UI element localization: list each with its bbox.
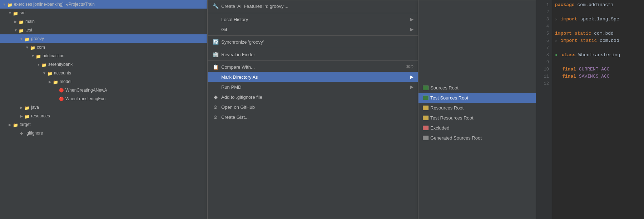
code-line-8: ● class WhenTransfering <box>555 52 641 59</box>
open-github-icon: ⊙ <box>212 104 219 110</box>
tree-arrow-resources: ▶ <box>19 114 24 118</box>
menu-label-synchronize: Synchronize 'groovy' <box>221 39 413 45</box>
submenu-item-sources-root[interactable]: Sources Root <box>418 83 536 93</box>
line-num-4: 4 <box>536 23 552 30</box>
tree-arrow-serenitybank: ▼ <box>36 63 41 67</box>
tree-arrow-bddinaction: ▼ <box>30 54 36 58</box>
line-num-2: 2 <box>536 9 552 16</box>
menu-label-open-github: Open on GitHub <box>221 104 413 110</box>
local-history-arrow: ▶ <box>410 17 413 22</box>
submenu-item-excluded[interactable]: Excluded <box>418 123 536 133</box>
mark-directory-arrow: ▶ <box>410 74 413 79</box>
submenu-label-resources-root: Resources Root <box>430 105 464 111</box>
create-gist-icon: ⊙ <box>212 114 219 120</box>
kw-package: package <box>555 2 575 8</box>
menu-item-compare-with[interactable]: 📋 Compare With... ⌘D <box>208 62 418 72</box>
line-num-6: 6 <box>536 37 552 44</box>
submenu-item-generated-sources[interactable]: Generated Sources Root <box>418 133 536 143</box>
menu-item-synchronize[interactable]: 🔄 Synchronize 'groovy' <box>208 37 418 47</box>
submenu-label-generated-sources: Generated Sources Root <box>430 135 482 141</box>
folder-icon-com: 📁 <box>30 45 36 50</box>
green-marker-8: ● <box>555 53 558 57</box>
code-lines[interactable]: package com.bddinacti ▷ import spock.lan… <box>552 0 644 219</box>
submenu-label-test-resources-root: Test Resources Root <box>430 115 474 121</box>
file-icon-when-creating: 🔴 <box>59 88 64 93</box>
tree-arrow-test: ▼ <box>13 28 19 32</box>
menu-label-create-features: Create 'All Features in: groovy'... <box>221 4 413 9</box>
tree-arrow-groovy: ▼ <box>19 37 24 41</box>
menu-item-create-gist[interactable]: ⊙ Create Gist... <box>208 112 418 122</box>
line-numbers: 1 2 3 4 5 6 7 8 9 10 11 12 <box>536 0 552 219</box>
menu-item-reveal-finder[interactable]: 🏢 Reveal in Finder <box>208 49 418 59</box>
menu-label-run-pmd: Run PMD <box>221 84 407 90</box>
menu-label-create-gist: Create Gist... <box>221 115 413 120</box>
menu-label-add-gitignore: Add to .gitignore file <box>221 94 413 100</box>
code-line-6: ▷ import static com.bdd <box>555 37 641 44</box>
code-line-10: final CURRENT_ACC <box>555 66 641 73</box>
tree-item-com[interactable]: ▼ 📁 com <box>0 43 207 52</box>
folder-icon-bddinaction: 📁 <box>36 54 41 59</box>
code-line-9 <box>555 59 641 66</box>
tree-label-gitignore: .gitignore <box>25 131 43 136</box>
tree-item-resources[interactable]: ▶ 📁 resources <box>0 112 207 120</box>
submenu-item-resources-root[interactable]: Resources Root <box>418 103 536 113</box>
line-num-1: 1 <box>536 1 552 9</box>
submenu-item-test-resources-root[interactable]: Test Resources Root <box>418 113 536 123</box>
kw-import-5: import <box>555 31 572 36</box>
generated-sources-icon <box>423 136 428 140</box>
tree-item-bddinaction[interactable]: ▼ 📁 bddinaction <box>0 52 207 60</box>
tree-item-serenitybank[interactable]: ▼ 📁 serenitybank <box>0 60 207 69</box>
code-line-4 <box>555 23 641 30</box>
menu-item-run-pmd[interactable]: Run PMD ▶ <box>208 82 418 92</box>
run-pmd-arrow: ▶ <box>410 84 413 89</box>
code-line-7 <box>555 44 641 52</box>
test-resources-root-icon <box>423 116 428 120</box>
code-editor-panel: 1 2 3 4 5 6 7 8 9 10 11 12 package com.b… <box>536 0 644 219</box>
menu-label-reveal-finder: Reveal in Finder <box>221 52 413 57</box>
folder-icon-accounts: 📁 <box>47 71 53 76</box>
tree-arrow-com: ▼ <box>24 45 30 49</box>
create-features-icon: 🔧 <box>212 3 219 9</box>
file-icon-when-transfering: 🔴 <box>59 97 64 101</box>
compare-icon: 📋 <box>212 64 219 70</box>
tree-item-java[interactable]: ▶ 📁 java <box>0 103 207 112</box>
excluded-icon <box>423 126 428 130</box>
line-num-8: 8 <box>536 52 552 59</box>
menu-item-open-github[interactable]: ⊙ Open on GitHub <box>208 102 418 112</box>
tree-item-groovy[interactable]: ▼ 📁 groovy <box>0 34 207 43</box>
tree-item-when-creating[interactable]: ▶ 🔴 WhenCreatingANewA <box>0 86 207 94</box>
menu-item-local-history[interactable]: Local History ▶ <box>208 14 418 24</box>
menu-label-mark-directory: Mark Directory As <box>221 74 407 80</box>
menu-item-add-gitignore[interactable]: ◆ Add to .gitignore file <box>208 92 418 102</box>
tree-item-when-transfering[interactable]: ▶ 🔴 WhenTransferingFun <box>0 94 207 103</box>
tree-arrow-target: ▶ <box>7 123 13 127</box>
separator-2 <box>208 35 418 36</box>
tree-item-gitignore[interactable]: ▶ ◆ .gitignore <box>0 129 207 137</box>
menu-item-git[interactable]: Git ▶ <box>208 24 418 34</box>
menu-item-mark-directory[interactable]: Mark Directory As ▶ <box>208 72 418 82</box>
tree-label-serenitybank: serenitybank <box>48 62 73 67</box>
submenu-item-test-sources-root[interactable]: Test Sources Root <box>418 93 536 103</box>
tree-item-test[interactable]: ▼ 📁 test <box>0 26 207 34</box>
code-final-current: CURRENT_ACC <box>579 67 610 72</box>
kw-static-5: static <box>575 31 591 36</box>
separator-3 <box>208 48 418 48</box>
tree-arrow-exercises: ▼ <box>1 3 7 6</box>
submenu-label-test-sources-root: Test Sources Root <box>430 95 468 101</box>
context-menu: 🔧 Create 'All Features in: groovy'... Lo… <box>207 0 418 219</box>
folder-icon-model: 📁 <box>53 80 59 84</box>
add-gitignore-icon: ◆ <box>212 94 219 100</box>
menu-item-create-all-features[interactable]: 🔧 Create 'All Features in: groovy'... <box>208 0 418 12</box>
submenu-label-sources-root: Sources Root <box>430 85 459 91</box>
code-line-2 <box>555 9 641 16</box>
git-arrow: ▶ <box>410 27 413 32</box>
tree-label-groovy: groovy <box>31 36 44 41</box>
tree-item-model[interactable]: ▶ 📁 model <box>0 77 207 86</box>
tree-item-accounts[interactable]: ▼ 📁 accounts <box>0 69 207 77</box>
tree-label-target: target <box>20 122 31 127</box>
tree-item-target[interactable]: ▶ 📁 target <box>0 120 207 129</box>
tree-item-src[interactable]: ▼ 📁 src <box>0 9 207 17</box>
tree-item-exercises[interactable]: ▼ 📁 exercises [online-banking] ~/Project… <box>0 0 207 9</box>
code-class-name: WhenTransfering <box>578 52 620 58</box>
tree-item-main[interactable]: ▶ 📁 main <box>0 17 207 26</box>
